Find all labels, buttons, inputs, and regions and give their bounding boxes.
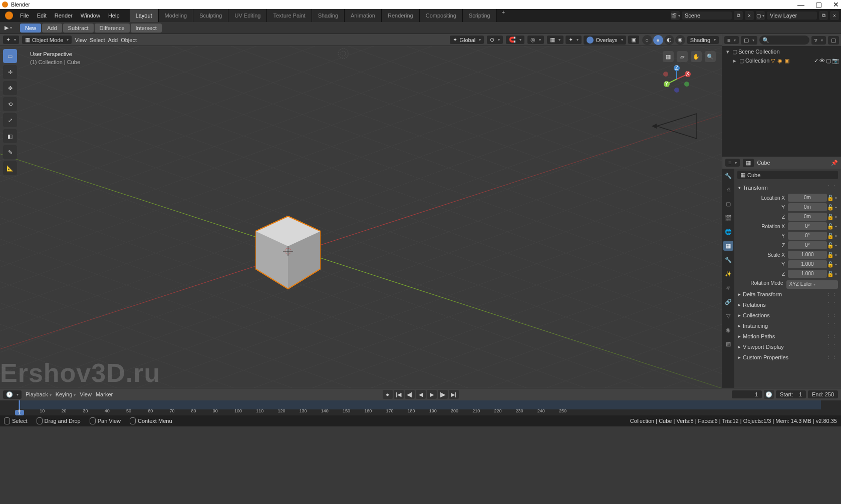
tab-particles-icon[interactable]: ✨ — [723, 269, 733, 279]
view-menu[interactable]: View — [75, 37, 87, 43]
tab-material-icon[interactable]: ◉ — [723, 325, 733, 335]
lock-icon[interactable]: 🔓 — [827, 233, 834, 239]
end-frame-field[interactable]: End:250 — [808, 390, 838, 398]
datablock-name-field[interactable]: ▦ Cube — [737, 171, 838, 179]
lock-icon[interactable]: 🔓 — [827, 261, 834, 268]
tab-render-icon[interactable]: 🔧 — [723, 171, 733, 181]
transform-panel-header[interactable]: ▾Transform⋮⋮ — [737, 182, 838, 193]
proportional-dropdown[interactable]: ◎ — [527, 36, 544, 44]
tab-texture-icon[interactable]: ▨ — [723, 339, 733, 349]
transform-tool[interactable]: ◧ — [3, 129, 17, 143]
scene-name-field[interactable]: Scene — [682, 12, 732, 20]
tab-scene-icon[interactable]: 🎬 — [723, 213, 733, 223]
tab-sculpting[interactable]: Sculpting — [193, 9, 228, 22]
move-tool[interactable]: ✥ — [3, 81, 17, 95]
light-object[interactable] — [336, 46, 351, 61]
gizmos-dropdown[interactable]: ✦ — [566, 36, 582, 44]
chevron-right-icon[interactable]: ▸ — [731, 58, 738, 64]
play-reverse-button[interactable]: ◀ — [416, 390, 426, 399]
add-workspace-button[interactable]: + — [497, 9, 510, 22]
tab-animation[interactable]: Animation — [345, 9, 382, 22]
scene-browse-icon[interactable]: 🎬 — [671, 11, 680, 20]
location-x-field[interactable]: 0m — [788, 194, 827, 202]
exclude-toggle-icon[interactable]: ✓ — [814, 58, 818, 64]
menu-file[interactable]: File — [16, 9, 33, 22]
3d-viewport[interactable]: ▭ ✛ ✥ ⟲ ⤢ ◧ ✎ 📐 User Perspective (1) Col… — [0, 46, 722, 388]
relations-panel[interactable]: ▸Relations⋮⋮ — [737, 299, 838, 310]
outliner-new-collection-button[interactable]: ▢ — [828, 36, 839, 45]
lock-icon[interactable]: 🔓 — [827, 204, 834, 211]
tab-scripting[interactable]: Scripting — [463, 9, 497, 22]
location-y-field[interactable]: 0m — [788, 203, 827, 211]
minimize-button[interactable]: — — [797, 1, 804, 9]
play-button[interactable]: ▶ — [427, 390, 437, 399]
menu-help[interactable]: Help — [104, 9, 124, 22]
rendered-shading-icon[interactable]: ◉ — [675, 35, 685, 45]
lock-icon[interactable]: 🔓 — [827, 242, 834, 249]
tab-rendering[interactable]: Rendering — [382, 9, 420, 22]
bool-new-button[interactable]: New — [20, 24, 41, 33]
current-frame-field[interactable]: 1 — [732, 390, 762, 398]
rotation-mode-dropdown[interactable]: XYZ Euler — [786, 280, 838, 289]
lock-icon[interactable]: 🔓 — [827, 223, 834, 230]
tab-world-icon[interactable]: 🌐 — [723, 227, 733, 237]
wireframe-shading-icon[interactable]: ○ — [642, 35, 652, 45]
tab-uv-editing[interactable]: UV Editing — [228, 9, 267, 22]
tool-cursor-icon[interactable]: ▶ — [3, 23, 13, 33]
object-visibility-dropdown[interactable]: ▦ — [547, 36, 564, 44]
solid-shading-icon[interactable]: ● — [653, 35, 663, 45]
viewlayer-name-field[interactable]: View Layer — [767, 12, 817, 20]
marker-menu[interactable]: Marker — [96, 391, 113, 397]
bool-subtract-button[interactable]: Subtract — [63, 24, 94, 33]
render-toggle-icon[interactable]: 📷 — [832, 58, 839, 64]
scene-delete-button[interactable]: × — [745, 11, 754, 20]
scene-new-button[interactable]: ⧉ — [734, 11, 743, 20]
outliner-scene-collection[interactable]: ▾ ▢ Scene Collection — [723, 47, 840, 56]
delta-transform-panel[interactable]: ▸Delta Transform⋮⋮ — [737, 289, 838, 299]
scale-x-field[interactable]: 1.000 — [788, 251, 827, 259]
outliner-filter-dropdown[interactable]: ▿ — [811, 36, 826, 45]
pivot-dropdown[interactable]: ⊙ — [487, 36, 503, 44]
autokey-toggle[interactable]: ● — [383, 390, 393, 399]
tab-modifiers-icon[interactable]: 🔧 — [723, 255, 733, 265]
view-menu[interactable]: View — [80, 391, 92, 397]
tab-output-icon[interactable]: 🖨 — [723, 185, 733, 195]
custom-properties-panel[interactable]: ▸Custom Properties⋮⋮ — [737, 352, 838, 362]
mode-dropdown[interactable]: ▦ Object Mode — [22, 36, 72, 44]
playback-menu[interactable]: Playback — [26, 391, 52, 397]
tab-viewlayer-icon[interactable]: ▢ — [723, 199, 733, 209]
instancing-panel[interactable]: ▸Instancing⋮⋮ — [737, 320, 838, 331]
scale-y-field[interactable]: 1.000 — [788, 260, 827, 268]
tab-object-icon[interactable]: ▦ — [723, 241, 733, 251]
outliner-editor-dropdown[interactable]: ≡ — [724, 36, 739, 44]
object-menu[interactable]: Object — [121, 37, 137, 43]
properties-editor-dropdown[interactable]: ≡ — [725, 159, 740, 167]
tab-modeling[interactable]: Modeling — [159, 9, 194, 22]
pin-icon[interactable]: 📌 — [831, 160, 838, 166]
collections-panel[interactable]: ▸Collections⋮⋮ — [737, 310, 838, 320]
lock-icon[interactable]: 🔓 — [827, 214, 834, 220]
hide-toggle-icon[interactable]: 👁 — [819, 58, 825, 64]
orientation-dropdown[interactable]: ✦ Global — [450, 36, 484, 44]
rotate-tool[interactable]: ⟲ — [3, 97, 17, 111]
camera-view-icon[interactable]: ▦ — [663, 51, 674, 62]
annotate-tool[interactable]: ✎ — [3, 145, 17, 159]
tab-physics-icon[interactable]: ⚛ — [723, 283, 733, 293]
menu-edit[interactable]: Edit — [33, 9, 51, 22]
viewlayer-new-button[interactable]: ⧉ — [819, 11, 828, 20]
rotation-x-field[interactable]: 0° — [788, 222, 827, 230]
menu-render[interactable]: Render — [51, 9, 77, 22]
viewlayer-browse-icon[interactable]: ▢ — [756, 11, 765, 20]
scale-z-field[interactable]: 1.000 — [788, 270, 827, 278]
menu-window[interactable]: Window — [77, 9, 104, 22]
overlays-toggle[interactable]: Overlays — [584, 36, 626, 45]
rotation-z-field[interactable]: 0° — [788, 241, 827, 249]
lock-icon[interactable]: 🔓 — [827, 252, 834, 258]
tab-layout[interactable]: Layout — [130, 9, 159, 22]
bool-add-button[interactable]: Add — [42, 24, 62, 33]
tab-compositing[interactable]: Compositing — [420, 9, 463, 22]
snap-dropdown[interactable]: 🧲 — [506, 36, 524, 44]
tab-texture-paint[interactable]: Texture Paint — [267, 9, 312, 22]
xray-toggle[interactable]: ▣ — [628, 36, 639, 44]
location-z-field[interactable]: 0m — [788, 213, 827, 221]
